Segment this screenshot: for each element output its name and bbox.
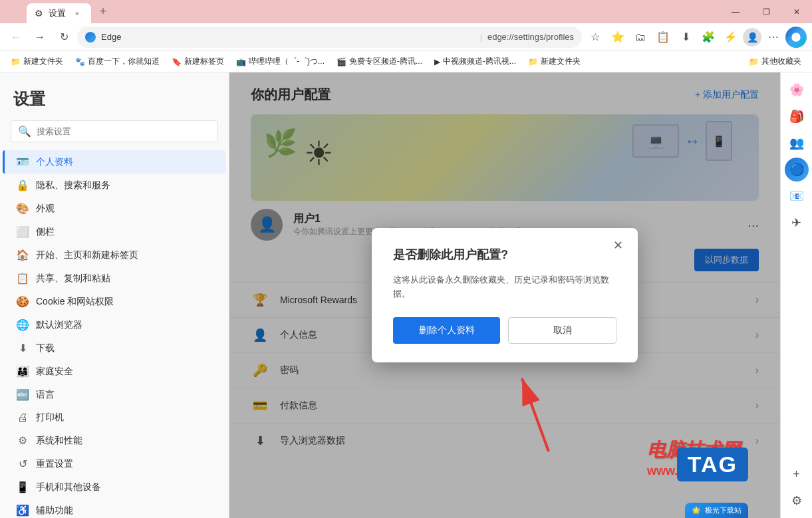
- window-controls: — ❐ ✕: [720, 0, 812, 23]
- forward-button[interactable]: →: [29, 27, 51, 48]
- modal-title: 是否删除此用户配置?: [393, 247, 616, 263]
- right-icon-add[interactable]: +: [785, 462, 809, 486]
- sidebar-title: 设置: [0, 72, 229, 120]
- bookmark-bili-icon: 📺: [236, 57, 246, 66]
- family-nav-icon: 👨‍👩‍👧: [16, 365, 29, 378]
- history-icon[interactable]: 📋: [652, 27, 674, 48]
- bookmark-other-icon: 📁: [749, 57, 759, 66]
- download-badge-icon: 🌟: [692, 506, 701, 515]
- right-icon-outlook[interactable]: 📧: [785, 184, 809, 208]
- sidebar-item-privacy[interactable]: 🔒 隐私、搜索和服务: [3, 174, 226, 197]
- bookmark-new-folder[interactable]: 📁 新建文件夹: [5, 53, 68, 70]
- tab-close-button[interactable]: ×: [71, 7, 83, 19]
- performance-icon[interactable]: ⚡: [720, 27, 742, 48]
- bookmark-folder-icon: 📁: [11, 57, 21, 66]
- tab-area: ⚙ 设置 × +: [0, 0, 112, 23]
- bookmark-new-tab[interactable]: 🔖 新建标签页: [166, 53, 229, 70]
- right-icon-send[interactable]: ✈: [785, 211, 809, 235]
- sidebar-item-label: 下载: [36, 342, 55, 354]
- share-nav-icon: 📋: [16, 272, 29, 285]
- cookies-nav-icon: 🍪: [16, 295, 29, 308]
- bookmark-label: 哔哩哔哩（゜-゜)つ...: [249, 56, 325, 67]
- delete-profile-modal: ✕ 是否删除此用户配置? 这将从此设备永久删除收藏夹、历史记录和密码等浏览数据。…: [372, 228, 638, 362]
- address-bar[interactable]: Edge | edge://settings/profiles: [77, 27, 582, 48]
- sidebar-item-default-browser[interactable]: 🌐 默认浏览器: [3, 313, 226, 336]
- right-icon-people[interactable]: 👥: [785, 131, 809, 155]
- bookmark-folder2-icon: 📁: [528, 57, 538, 66]
- sidebar-item-downloads[interactable]: ⬇ 下载: [3, 336, 226, 360]
- downloads-icon[interactable]: ⬇: [675, 27, 696, 48]
- sidebar-item-newtab[interactable]: 🏠 开始、主页和新建标签页: [3, 243, 226, 267]
- sidebar-item-appearance[interactable]: 🎨 外观: [3, 197, 226, 220]
- sidebar-item-language[interactable]: 🔤 语言: [3, 383, 226, 406]
- settings-sidebar: 设置 🔍 🪪 个人资料 🔒 隐私、搜索和服务 🎨 外观 ⬜ 侧栏 🏠 开始、主页…: [0, 72, 229, 518]
- sidebar-item-label: 重置设置: [36, 458, 73, 470]
- sidebar-item-sidebar[interactable]: ⬜ 侧栏: [3, 220, 226, 243]
- sidebar-item-label: 语言: [36, 389, 55, 401]
- tab-settings-icon: ⚙: [35, 8, 43, 19]
- sidebar-item-label: 手机和其他设备: [36, 481, 101, 493]
- cancel-button[interactable]: 取消: [508, 317, 616, 344]
- favorites-icon[interactable]: ⭐: [607, 27, 628, 48]
- collections-icon[interactable]: 🗂: [630, 27, 651, 48]
- right-sidebar: 🌸 🎒 👥 🔵 📧 ✈ + ⚙: [780, 72, 812, 518]
- bookmark-label: 中视频频道-腾讯视...: [443, 56, 516, 67]
- bookmark-bilibili[interactable]: 📺 哔哩哔哩（゜-゜)つ...: [231, 53, 330, 70]
- bookmark-icon[interactable]: ☆: [585, 27, 606, 48]
- right-icon-customize[interactable]: ⚙: [785, 489, 809, 513]
- sidebar-item-printer[interactable]: 🖨 打印机: [3, 406, 226, 429]
- address-url: edge://settings/profiles: [487, 32, 574, 42]
- minimize-button[interactable]: —: [720, 0, 751, 23]
- language-nav-icon: 🔤: [16, 388, 29, 401]
- refresh-button[interactable]: ↻: [53, 27, 74, 48]
- downloads-nav-icon: ⬇: [16, 342, 29, 354]
- right-icon-edge[interactable]: 🔵: [785, 158, 809, 182]
- new-tab-button[interactable]: +: [94, 3, 112, 21]
- bookmark-baidu-icon: 🐾: [75, 57, 85, 66]
- right-icon-copilot[interactable]: 🌸: [785, 78, 809, 102]
- restore-button[interactable]: ❐: [751, 0, 781, 23]
- bookmark-label: 其他收藏夹: [761, 56, 801, 67]
- sidebar-item-cookies[interactable]: 🍪 Cookie 和网站权限: [3, 290, 226, 313]
- sidebar-item-label: 家庭安全: [36, 366, 73, 378]
- browser-nav-icon: 🌐: [16, 319, 29, 331]
- download-badge: 🌟 极光下载站: [685, 503, 748, 518]
- sidebar-item-accessibility[interactable]: ♿ 辅助功能: [3, 499, 226, 518]
- bookmark-label: 新建文件夹: [541, 56, 581, 67]
- accessibility-nav-icon: ♿: [16, 504, 29, 517]
- bookmark-folder2[interactable]: 📁 新建文件夹: [523, 53, 586, 70]
- edge-copilot-button[interactable]: [785, 27, 807, 48]
- close-window-button[interactable]: ✕: [781, 0, 812, 23]
- sidebar-item-reset[interactable]: ↺ 重置设置: [3, 452, 226, 475]
- bookmark-baidu[interactable]: 🐾 百度一下，你就知道: [70, 53, 165, 70]
- bookmark-tencent-free[interactable]: 🎬 免费专区频道-腾讯...: [331, 53, 428, 70]
- main-content: 设置 🔍 🪪 个人资料 🔒 隐私、搜索和服务 🎨 外观 ⬜ 侧栏 🏠 开始、主页…: [0, 72, 812, 518]
- sidebar-item-mobile[interactable]: 📱 手机和其他设备: [3, 475, 226, 499]
- back-button[interactable]: ←: [5, 27, 27, 48]
- modal-body: 这将从此设备永久删除收藏夹、历史记录和密码等浏览数据。: [393, 273, 616, 301]
- bookmark-zhongshipin[interactable]: ▶ 中视频频道-腾讯视...: [429, 53, 521, 70]
- sidebar-item-label: 开始、主页和新建标签页: [36, 249, 138, 261]
- search-settings-box[interactable]: 🔍: [11, 120, 218, 142]
- confirm-delete-button[interactable]: 删除个人资料: [393, 317, 500, 344]
- search-settings-input[interactable]: [37, 126, 211, 136]
- sidebar-item-family[interactable]: 👨‍👩‍👧 家庭安全: [3, 360, 226, 383]
- sidebar-item-profile[interactable]: 🪪 个人资料: [3, 150, 226, 174]
- search-icon: 🔍: [18, 125, 31, 138]
- address-divider: |: [480, 33, 482, 42]
- modal-close-button[interactable]: ✕: [609, 236, 627, 255]
- extensions-icon[interactable]: 🧩: [698, 27, 719, 48]
- sidebar-item-label: 默认浏览器: [36, 319, 82, 331]
- right-icon-tools[interactable]: 🎒: [785, 104, 809, 128]
- profile-avatar[interactable]: 👤: [743, 28, 761, 47]
- sidebar-item-share[interactable]: 📋 共享、复制和粘贴: [3, 267, 226, 290]
- sidebar-item-system[interactable]: ⚙ 系统和性能: [3, 429, 226, 452]
- active-tab[interactable]: ⚙ 设置 ×: [27, 3, 91, 23]
- bookmark-other-folders[interactable]: 📁 其他收藏夹: [744, 53, 807, 70]
- newtab-nav-icon: 🏠: [16, 249, 29, 261]
- sidebar-item-label: 辅助功能: [36, 505, 73, 517]
- mobile-nav-icon: 📱: [16, 481, 29, 493]
- settings-menu-button[interactable]: ⋯: [763, 27, 784, 48]
- sidebar-item-label: Cookie 和网站权限: [36, 296, 114, 308]
- navbar: ← → ↻ Edge | edge://settings/profiles ☆ …: [0, 23, 812, 51]
